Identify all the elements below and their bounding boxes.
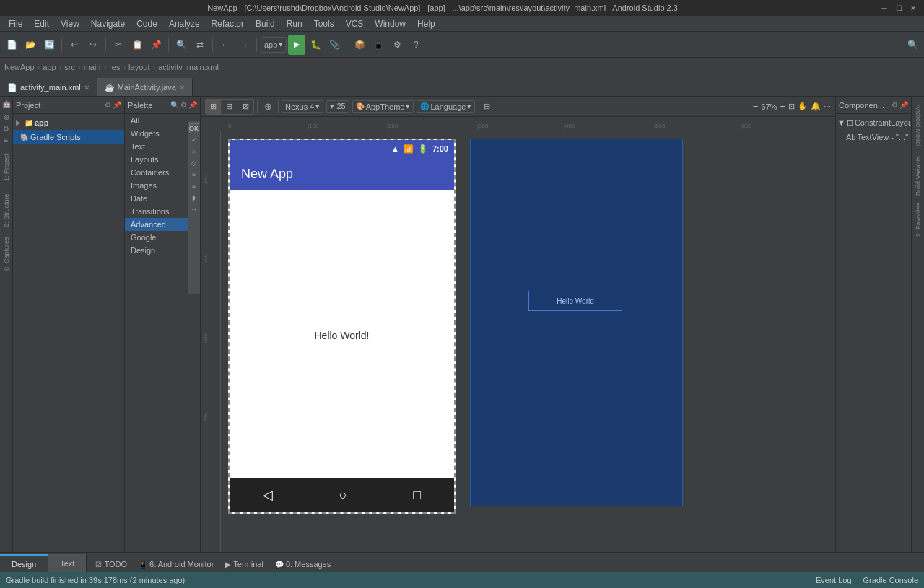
breadcrumb-src[interactable]: src: [64, 63, 75, 71]
language-selector[interactable]: 🌐 Language ▾: [417, 100, 475, 113]
run-button[interactable]: ▶: [288, 35, 305, 55]
settings-button[interactable]: ⚙: [388, 35, 406, 55]
menu-code[interactable]: Code: [131, 16, 163, 32]
text-tab[interactable]: Text: [48, 554, 87, 572]
new-file-button[interactable]: 📄: [3, 35, 20, 55]
right-sidebar-build-variants[interactable]: Build Variants: [915, 154, 922, 198]
search-everything-button[interactable]: 🔍: [904, 35, 921, 55]
combined-view-button[interactable]: ⊠: [237, 100, 253, 114]
zoom-out-icon[interactable]: −: [753, 101, 759, 112]
menu-tools[interactable]: Tools: [308, 16, 340, 32]
menu-vcs[interactable]: VCS: [340, 16, 370, 32]
constraint-icon[interactable]: ⊕: [261, 100, 275, 114]
layout-options-icon[interactable]: ⊞: [479, 100, 494, 114]
sidebar-icon-3[interactable]: ⚙: [1, 123, 12, 134]
right-sidebar-android-model[interactable]: Android Model: [915, 97, 922, 154]
notifications-icon[interactable]: 🔔: [811, 102, 821, 111]
undo-button[interactable]: ↩: [66, 35, 83, 55]
menu-navigate[interactable]: Navigate: [85, 16, 131, 32]
palette-arc-icon[interactable]: ◗: [189, 193, 199, 203]
tab-activity-main-xml[interactable]: 📄 activity_main.xml ✕: [0, 78, 97, 96]
sync-button[interactable]: 🔄: [40, 35, 58, 55]
minimize-button[interactable]: ─: [879, 3, 889, 13]
open-button[interactable]: 📂: [22, 35, 39, 55]
design-tab[interactable]: Design: [0, 554, 48, 572]
tab-main-activity-java[interactable]: ☕ MainActivity.java ✕: [97, 78, 193, 96]
palette-circle-icon[interactable]: ○: [189, 146, 199, 157]
api-selector[interactable]: ▾ 25: [326, 100, 349, 113]
replace-button[interactable]: ⇄: [191, 35, 209, 55]
gradle-console-link[interactable]: Gradle Console: [863, 576, 918, 584]
fit-screen-icon[interactable]: ⊡: [788, 102, 795, 111]
sdk-manager-button[interactable]: 📦: [351, 35, 368, 55]
terminal-tab[interactable]: ▶ Terminal: [219, 556, 269, 572]
tab-activity-main-close[interactable]: ✕: [84, 84, 90, 92]
palette-wave-icon[interactable]: ≈: [189, 170, 199, 180]
messages-tab[interactable]: 💬 0: Messages: [269, 556, 336, 572]
theme-selector[interactable]: 🎨 AppTheme ▾: [352, 100, 414, 113]
menu-help[interactable]: Help: [411, 16, 441, 32]
tree-item-app[interactable]: ▶ 📁 app: [13, 115, 124, 130]
palette-check-icon[interactable]: ✓: [189, 135, 199, 145]
palette-lines-icon[interactable]: ≡: [189, 181, 199, 191]
copy-button[interactable]: 📋: [128, 35, 146, 55]
run-config-dropdown[interactable]: app ▾: [261, 37, 287, 53]
paste-button[interactable]: 📌: [147, 35, 165, 55]
find-button[interactable]: 🔍: [173, 35, 190, 55]
sidebar-label-project[interactable]: 1: Project: [3, 146, 10, 189]
avd-manager-button[interactable]: 📱: [370, 35, 387, 55]
menu-refactor[interactable]: Refactor: [206, 16, 250, 32]
breadcrumb-layout[interactable]: layout: [128, 63, 149, 71]
maximize-button[interactable]: ☐: [894, 3, 904, 13]
attach-button[interactable]: 📎: [326, 35, 343, 55]
palette-diamond-icon[interactable]: ◇: [189, 158, 199, 168]
blueprint-view-button[interactable]: ⊟: [222, 100, 237, 114]
tab-main-activity-close[interactable]: ✕: [179, 84, 185, 92]
more-options-icon[interactable]: ⋯: [824, 102, 831, 110]
menu-view[interactable]: View: [55, 16, 85, 32]
project-pin-icon[interactable]: 📌: [113, 101, 121, 109]
menu-build[interactable]: Build: [250, 16, 281, 32]
todo-tab[interactable]: ☑ TODO: [90, 556, 133, 572]
redo-button[interactable]: ↪: [84, 35, 102, 55]
android-monitor-tab[interactable]: 📱 6: Android Monitor: [133, 556, 219, 572]
comp-tree-pin-icon[interactable]: 📌: [899, 101, 908, 109]
menu-run[interactable]: Run: [281, 16, 308, 32]
menu-window[interactable]: Window: [369, 16, 411, 32]
palette-pin-icon[interactable]: 📌: [188, 101, 197, 109]
event-log-link[interactable]: Event Log: [816, 576, 852, 584]
menu-edit[interactable]: Edit: [28, 16, 55, 32]
sidebar-project-icon[interactable]: 🤖: [1, 98, 12, 110]
back-button[interactable]: ←: [217, 35, 234, 55]
breadcrumb-activity-main[interactable]: activity_main.xml: [158, 63, 219, 71]
forward-button[interactable]: →: [235, 35, 253, 55]
zoom-in-icon[interactable]: +: [780, 101, 785, 112]
comp-tree-settings-icon[interactable]: ⚙: [892, 101, 898, 109]
breadcrumb-app[interactable]: app: [43, 63, 56, 71]
close-button[interactable]: ✕: [908, 3, 918, 13]
help-icon-button[interactable]: ?: [407, 35, 424, 55]
sidebar-label-structure[interactable]: 2: Structure: [3, 189, 10, 232]
tree-constraint-layout[interactable]: ▼ ⊞ ConstraintLayou...: [837, 115, 910, 130]
design-view-button[interactable]: ⊞: [206, 100, 222, 114]
debug-button[interactable]: 🐛: [307, 35, 324, 55]
sidebar-icon-2[interactable]: ⊕: [1, 111, 12, 123]
breadcrumb-newapp[interactable]: NewApp: [4, 63, 35, 71]
breadcrumb-main[interactable]: main: [84, 63, 101, 71]
sidebar-icon-4[interactable]: ≡: [1, 134, 12, 146]
project-settings-icon[interactable]: ⚙: [105, 101, 111, 109]
breadcrumb-res[interactable]: res: [109, 63, 120, 71]
palette-arrow-right-icon[interactable]: →: [189, 204, 199, 214]
palette-search-icon[interactable]: 🔍: [170, 101, 179, 109]
palette-settings-icon[interactable]: ⚙: [180, 101, 187, 109]
menu-file[interactable]: File: [3, 16, 28, 32]
cut-button[interactable]: ✂: [110, 35, 127, 55]
sidebar-label-captures[interactable]: 6: Captures: [3, 232, 10, 276]
pan-icon[interactable]: ✋: [798, 102, 808, 111]
device-selector[interactable]: Nexus 4 ▾: [282, 100, 323, 113]
menu-analyze[interactable]: Analyze: [163, 16, 206, 32]
palette-ok-button[interactable]: OK: [189, 123, 199, 133]
tree-item-gradle-scripts[interactable]: 🐘 Gradle Scripts: [13, 130, 124, 144]
tree-text-view[interactable]: Ab TextView - "...": [837, 130, 910, 144]
right-sidebar-favorites[interactable]: 2: Favorites: [915, 198, 922, 241]
